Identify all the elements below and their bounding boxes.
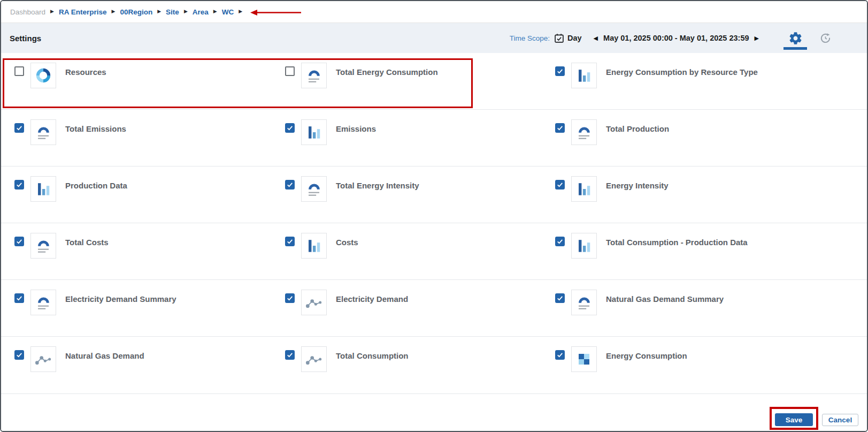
widget-checkbox-emissions[interactable] [285,123,295,133]
footer: Save Cancel [1,393,867,431]
widget-option-total-consumption: Total Consumption [272,337,542,393]
history-icon [819,32,832,44]
donut-chart-icon [30,63,56,88]
breadcrumb-item-wc[interactable]: WC [222,8,234,16]
widget-option-energy-intensity: Energy Intensity [542,166,867,223]
widget-option-total-consumption-production-data: Total Consumption - Production Data [542,223,867,280]
gauge-icon [571,119,597,145]
widget-label: Energy Consumption [606,351,687,360]
widget-checkbox-total-energy-intensity[interactable] [285,180,295,190]
widget-checkbox-electricity-demand-summary[interactable] [14,293,24,303]
widget-option-electricity-demand-summary: Electricity Demand Summary [1,280,272,337]
gauge-icon [571,290,597,315]
widget-checkbox-natural-gas-demand-summary[interactable] [555,293,565,303]
widget-label: Total Consumption - Production Data [606,238,748,247]
time-scope-value[interactable]: Day [567,34,582,42]
time-scope-controls: Time Scope: Day ◀ May 01, 2025 00:00 - M… [510,23,867,53]
widget-label: Electricity Demand Summary [65,294,176,304]
breadcrumb-item-ra-enterprise[interactable]: RA Enterprise [59,8,107,16]
page-title: Settings [10,34,41,43]
date-range: May 01, 2025 00:00 - May 01, 2025 23:59 [603,34,749,42]
bar-chart-icon [571,63,597,88]
widget-option-total-energy-consumption: Total Energy Consumption [272,53,542,110]
bar-chart-icon [30,176,56,202]
breadcrumb-separator-icon: ▶ [239,9,242,14]
heatmap-icon [571,346,597,372]
widget-label: Costs [336,238,358,247]
widget-label: Emissions [336,124,376,133]
widget-checkbox-total-consumption-production-data[interactable] [555,237,565,246]
widget-checkbox-energy-consumption[interactable] [555,350,565,360]
widget-label: Total Costs [65,238,109,247]
widget-checkbox-natural-gas-demand[interactable] [14,350,24,360]
widget-option-total-energy-intensity: Total Energy Intensity [272,166,542,223]
widget-checkbox-total-production[interactable] [555,123,565,133]
cancel-button[interactable]: Cancel [822,414,858,426]
breadcrumb-item-00region[interactable]: 00Region [120,8,152,16]
bar-chart-icon [571,233,597,259]
widget-grid: ResourcesTotal Energy ConsumptionEnergy … [1,53,867,393]
gauge-icon [30,290,56,315]
save-button[interactable]: Save [775,413,813,426]
widget-option-emissions: Emissions [272,110,542,166]
widget-label: Natural Gas Demand Summary [606,294,724,304]
bar-chart-icon [301,233,327,259]
widget-label: Energy Consumption by Resource Type [606,67,758,77]
widget-option-resources: Resources [1,53,272,110]
breadcrumb-item-site[interactable]: Site [166,8,179,16]
bar-chart-icon [301,119,327,145]
breadcrumb-separator-icon: ▶ [50,9,54,14]
widget-checkbox-production-data[interactable] [14,180,24,190]
gauge-icon [30,233,56,259]
gauge-icon [301,63,327,88]
widget-label: Natural Gas Demand [65,351,144,360]
widget-option-total-production: Total Production [542,110,867,166]
gauge-icon [301,176,327,202]
widget-checkbox-total-costs[interactable] [14,237,24,246]
breadcrumb-items: Dashboard▶RA Enterprise▶00Region▶Site▶Ar… [10,8,247,16]
widget-option-energy-consumption-by-resource-type: Energy Consumption by Resource Type [542,53,867,110]
calendar-check-icon[interactable] [554,33,564,43]
settings-header: Settings Time Scope: Day ◀ May 01, 2025 … [1,23,867,53]
widget-option-natural-gas-demand-summary: Natural Gas Demand Summary [542,280,867,337]
line-chart-icon [301,290,327,315]
history-tab[interactable] [812,23,838,53]
breadcrumb: Dashboard▶RA Enterprise▶00Region▶Site▶Ar… [1,1,867,23]
line-chart-icon [30,346,56,372]
breadcrumb-item-area[interactable]: Area [193,8,209,16]
widget-checkbox-energy-consumption-by-resource-type[interactable] [555,66,565,76]
widget-option-electricity-demand: Electricity Demand [272,280,542,337]
widget-label: Total Emissions [65,124,126,133]
widget-checkbox-total-emissions[interactable] [14,123,24,133]
widget-option-costs: Costs [272,223,542,280]
breadcrumb-separator-icon: ▶ [213,9,217,14]
widget-option-total-costs: Total Costs [1,223,272,280]
time-scope-label: Time Scope: [510,34,550,42]
bar-chart-icon [571,176,597,202]
breadcrumb-separator-icon: ▶ [157,9,161,14]
widget-label: Electricity Demand [336,294,408,304]
breadcrumb-item-dashboard[interactable]: Dashboard [10,8,45,16]
settings-tab[interactable] [782,23,808,53]
app-window: Dashboard▶RA Enterprise▶00Region▶Site▶Ar… [0,0,868,432]
breadcrumb-separator-icon: ▶ [112,9,116,14]
widget-checkbox-costs[interactable] [285,237,295,246]
widget-checkbox-total-consumption[interactable] [285,350,295,360]
widget-option-total-emissions: Total Emissions [1,110,272,166]
gauge-icon [30,119,56,145]
widget-option-production-data: Production Data [1,166,272,223]
widget-checkbox-total-energy-consumption[interactable] [285,66,295,76]
widget-checkbox-energy-intensity[interactable] [555,180,565,190]
widget-option-energy-consumption: Energy Consumption [542,337,867,393]
widget-option-natural-gas-demand: Natural Gas Demand [1,337,272,393]
gear-icon [788,31,803,46]
breadcrumb-separator-icon: ▶ [184,9,188,14]
widget-label: Production Data [65,181,127,190]
widget-label: Total Consumption [336,351,409,360]
previous-period-icon[interactable]: ◀ [594,35,598,42]
widget-checkbox-resources[interactable] [14,66,24,76]
widget-checkbox-electricity-demand[interactable] [285,293,295,303]
widget-label: Total Energy Intensity [336,181,419,190]
next-period-icon[interactable]: ▶ [755,35,759,42]
line-chart-icon [301,346,327,372]
